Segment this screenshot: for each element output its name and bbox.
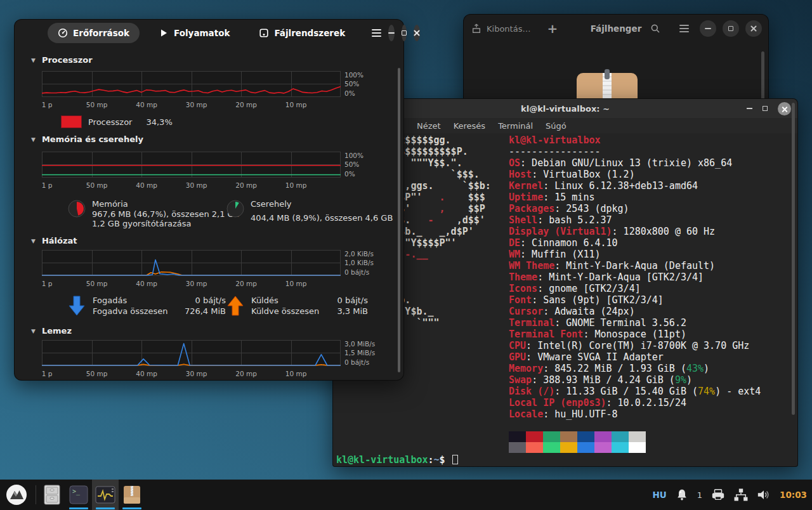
terminal-text-line: kl@kl-virtualbox (509, 134, 761, 146)
mint-menu-button[interactable] (0, 480, 33, 510)
taskbar-separator (36, 485, 36, 504)
network-icon[interactable] (734, 488, 748, 501)
sysmon-maximize-button[interactable] (402, 25, 407, 41)
notifications-bell-icon[interactable] (676, 488, 688, 501)
palette-color-block (629, 442, 646, 453)
disk-section-header[interactable]: ▼Lemez (31, 326, 72, 336)
system-monitor-headerbar[interactable]: Erőforrások Folyamatok Fájlrendszerek (15, 20, 403, 46)
chevron-down-icon: ▼ (31, 57, 36, 63)
palette-color-block (612, 431, 629, 442)
primary-menu-icon[interactable] (372, 23, 381, 43)
x-axis-label: 10 mp (285, 181, 307, 189)
shell-prompt: kl@kl-virtualbox:~$ (336, 454, 458, 466)
archive-maximize-button[interactable] (723, 20, 739, 37)
x-axis-label: 30 mp (186, 370, 207, 377)
upload-arrow-icon (227, 296, 244, 316)
terminal-text-line: WM: Muffin (X11) (509, 249, 761, 260)
terminal-maximize-button[interactable] (763, 106, 768, 111)
sysmon-minimize-button[interactable] (388, 25, 395, 41)
archive-app-icon (122, 485, 141, 505)
search-icon[interactable] (650, 23, 660, 34)
terminal-cursor (452, 455, 458, 464)
taskbar-archive-button[interactable] (119, 480, 145, 510)
palette-color-block (509, 431, 526, 442)
terminal-text-line: Disk (/): 11.33 GiB / 15.40 GiB (74%) - … (509, 386, 761, 397)
taskbar-terminal-button[interactable]: >_ (65, 480, 92, 510)
terminal-text-line: Packages: 2543 (dpkg) (509, 203, 761, 214)
palette-color-block (577, 431, 594, 442)
sysmon-scrollbar[interactable] (398, 68, 400, 372)
terminal-text-line: GPU: VMware SVGA II Adapter (509, 351, 761, 363)
archive-minimize-button[interactable] (700, 20, 716, 37)
running-indicator (69, 507, 88, 509)
terminal-text-line: OS: Debian GNU/Linux 13 (trixie) x86_64 (509, 157, 761, 169)
cpu-section-header[interactable]: ▼Processzor (31, 55, 93, 65)
terminal-text-line: ---------------- (509, 146, 761, 157)
terminal-close-button[interactable] (778, 102, 791, 115)
printer-icon[interactable] (711, 488, 725, 501)
play-icon (159, 28, 169, 38)
menu-item-nézet[interactable]: Nézet (410, 121, 447, 131)
archive-close-button[interactable] (745, 20, 762, 37)
terminal-text-line: Local IP (enp0s3): 10.0.2.15/24 (509, 397, 761, 409)
tab-processes[interactable]: Folyamatok (148, 23, 240, 43)
cpu-usage-value: 34,3% (146, 117, 172, 127)
network-send-rate: 0 bájt/s (322, 295, 368, 306)
terminal-text-line: Terminal: GNOME Terminal 3.56.2 (509, 317, 761, 329)
taskbar-system-monitor-button[interactable] (92, 480, 119, 510)
terminal-text-line: Uptime: 15 mins (509, 192, 761, 203)
terminal-text-line: Memory: 845.22 MiB / 1.93 GiB (43%) (509, 363, 761, 374)
cpu-legend-swatch (61, 115, 82, 128)
x-axis-label: 20 mp (235, 181, 257, 189)
menu-icon[interactable] (674, 19, 693, 38)
network-section-header[interactable]: ▼Hálózat (31, 236, 77, 245)
x-axis-label: 20 mp (235, 280, 257, 287)
download-arrow-icon (69, 296, 85, 316)
running-indicator (122, 507, 141, 509)
palette-color-block (526, 431, 543, 442)
y-axis-label: 3,0 MiB/s (344, 340, 375, 348)
memory-section-header[interactable]: ▼Memória és cserehely (31, 134, 143, 144)
svg-text:>_: >_ (72, 488, 81, 495)
mint-logo-icon (6, 484, 27, 506)
network-send-legend: KüldésKüldve összesen 0 bájt/s3,3 MiB (227, 295, 368, 317)
y-axis-label: 0% (344, 170, 355, 178)
palette-color-block (543, 442, 560, 453)
clock[interactable]: 10:03 (780, 490, 807, 500)
tab-resources[interactable]: Erőforrások (48, 23, 140, 43)
terminal-text-line: Terminal Font: Monospace (11pt) (509, 329, 761, 340)
terminal-text-line: Locale: hu_HU.UTF-8 (509, 409, 761, 420)
drive-icon (259, 28, 269, 38)
x-axis-label: 50 mp (86, 370, 108, 377)
x-axis-label: 50 mp (86, 280, 108, 287)
menu-item-terminál[interactable]: Terminál (492, 121, 539, 131)
y-axis-label: 0 bájt/s (344, 358, 369, 366)
terminal-app-icon: >_ (69, 485, 88, 504)
menu-item-keresés[interactable]: Keresés (447, 121, 492, 131)
file-manager-icon (43, 484, 62, 506)
tab-filesystems[interactable]: Fájlrendszerek (249, 23, 355, 43)
terminal-text-line: Kernel: Linux 6.12.38+deb13-amd64 (509, 180, 761, 192)
terminal-minimize-button[interactable] (747, 108, 752, 109)
keyboard-layout-indicator[interactable]: HU (652, 490, 666, 500)
volume-icon[interactable] (757, 488, 771, 501)
x-axis-label: 10 mp (285, 280, 307, 287)
terminal-text-line: Font: Sans (9pt) [GTK2/3/4] (509, 294, 761, 306)
menu-item-súgó[interactable]: Súgó (539, 121, 573, 131)
x-axis-label: 50 mp (86, 101, 108, 108)
y-axis-label: 50% (344, 80, 359, 88)
running-indicator (96, 507, 115, 509)
y-axis-label: 100% (344, 152, 363, 159)
taskbar: >_ HU 1 10:03 (0, 480, 812, 510)
memory-legend: Memória967,6 MB (46,7%), összesen 2,1 GB… (67, 199, 240, 229)
system-monitor-app-icon (95, 486, 115, 504)
x-axis-label: 1 p (42, 101, 53, 108)
taskbar-files-button[interactable] (39, 480, 65, 510)
terminal-scrollbar[interactable] (792, 103, 795, 415)
x-axis-label: 20 mp (235, 370, 257, 377)
network-receive-rate: 0 bájt/s (181, 295, 226, 306)
terminal-text-line: WM Theme: Mint-Y-Dark-Aqua (Default) (509, 260, 761, 271)
x-axis-label: 40 mp (136, 370, 157, 377)
sysmon-close-button[interactable] (414, 25, 420, 41)
terminal-text-line: Cursor: Adwaita (24px) (509, 306, 761, 317)
